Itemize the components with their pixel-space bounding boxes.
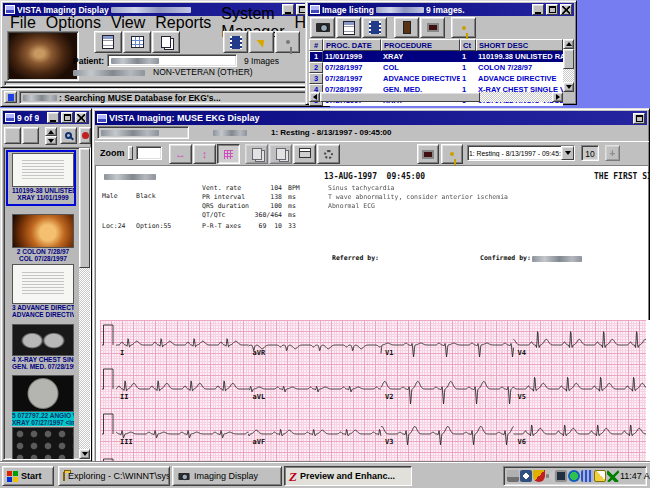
document-thumbnail[interactable]	[12, 264, 74, 304]
task-exploring[interactable]: Exploring - C:\WINNT\syst...	[58, 466, 170, 486]
menu-file[interactable]: File	[5, 14, 41, 32]
ekg-title-bar[interactable]: VISTA Imaging: MUSE EKG Display	[95, 111, 647, 125]
scroll-right-button[interactable]	[552, 92, 563, 102]
thumbs-tool-button-2[interactable]	[22, 127, 39, 144]
scroll-left-button[interactable]	[309, 92, 320, 102]
scroll-thumb[interactable]	[320, 92, 480, 102]
listing-close-button[interactable]	[560, 4, 572, 15]
row-num[interactable]: 1	[309, 51, 323, 62]
thumbs-title-bar[interactable]: 9 of 9	[3, 111, 89, 124]
thumbs-vscrollbar[interactable]	[79, 148, 90, 459]
scroll-down-button[interactable]	[563, 82, 574, 92]
clock[interactable]: 11:47 AM	[620, 471, 650, 481]
col-header-desc[interactable]: SHORT DESC	[476, 39, 563, 51]
thumb-item-6[interactable]: 6 072797.21 GASTROINT	[12, 427, 74, 460]
grid-toggle-button[interactable]	[217, 144, 240, 164]
document-thumbnail[interactable]	[12, 153, 74, 187]
row-ct[interactable]: 1	[460, 73, 476, 84]
film-button[interactable]	[362, 17, 387, 38]
row-date[interactable]: 11/01/1999	[323, 51, 381, 62]
test-select-combo[interactable]: 1: Resting - 8/13/1997 - 09:45:00	[467, 145, 575, 161]
display-button[interactable]	[420, 17, 445, 38]
network-grid-icon[interactable]	[581, 470, 593, 482]
zoom-slider[interactable]	[128, 146, 133, 160]
row-ct[interactable]: 1	[460, 51, 476, 62]
row-desc[interactable]: ADVANCE DIRECTIVE	[476, 73, 563, 84]
clock-icon[interactable]	[520, 470, 532, 482]
row-date[interactable]: 07/28/1997	[323, 73, 381, 84]
abstract-button[interactable]	[249, 31, 274, 53]
row-procedure[interactable]: ADVANCE DIRECTIVE	[381, 73, 460, 84]
col-header-date[interactable]: PROC. DATE	[323, 39, 381, 51]
thumb-item-1[interactable]: 110199-38 UNLISTED RA XRAY 11/01/1999	[12, 153, 74, 201]
start-button[interactable]: Start	[2, 466, 54, 486]
row-num[interactable]: 3	[309, 73, 323, 84]
stretch-horizontal-button[interactable]: ↔	[169, 144, 192, 164]
spin-up-button[interactable]	[45, 127, 57, 136]
task-imaging-display[interactable]: Imaging Display	[172, 466, 282, 486]
report-view-button[interactable]	[94, 31, 122, 53]
task-preview-enhance[interactable]: Z Preview and Enhanc...	[284, 466, 412, 486]
patient-photo[interactable]	[7, 31, 79, 81]
row-num[interactable]: 2	[309, 62, 323, 73]
film-sheet-thumbnail[interactable]	[12, 427, 74, 460]
shield-icon[interactable]	[533, 470, 545, 482]
capture-button[interactable]	[310, 17, 335, 38]
ekg-key-button[interactable]	[441, 144, 463, 164]
listing-key-button[interactable]	[451, 17, 476, 38]
thumbs-tool-button-1[interactable]	[4, 127, 21, 144]
listing-hscrollbar[interactable]	[309, 92, 563, 102]
next-page-button[interactable]	[269, 144, 292, 164]
ekg-maximize-button[interactable]	[633, 113, 645, 124]
thumbs-close-button[interactable]	[75, 112, 87, 123]
page-count-field[interactable]: 10	[581, 145, 599, 161]
thumbs-maximize-button[interactable]	[61, 112, 73, 123]
thumb-item-2[interactable]: 2 COLON 7/28/97 COL 07/28/1997	[12, 214, 74, 262]
row-desc[interactable]: COLON 7/28/97	[476, 62, 563, 73]
globe-icon[interactable]	[568, 470, 580, 482]
status-info-button[interactable]	[4, 91, 17, 103]
listing-vscrollbar[interactable]	[563, 39, 574, 92]
listing-maximize-button[interactable]	[546, 4, 558, 15]
zoom-thumbs-button[interactable]	[60, 127, 77, 144]
spin-down-button[interactable]	[45, 136, 57, 145]
check-icon[interactable]	[607, 470, 619, 482]
copy-button[interactable]	[152, 31, 180, 53]
security-key-button[interactable]	[275, 31, 300, 53]
thumb-item-4[interactable]: 4 X-RAY CHEST SINGLE GEN. MED. 07/28/199…	[12, 324, 74, 370]
listing-minimize-button[interactable]	[532, 4, 544, 15]
combo-dropdown-button[interactable]	[561, 146, 574, 160]
row-date[interactable]: 07/28/1997	[323, 62, 381, 73]
display-icon[interactable]	[555, 470, 567, 482]
archive-button[interactable]	[394, 17, 419, 38]
stretch-vertical-button[interactable]: ↕	[193, 144, 216, 164]
menu-options[interactable]: Options	[41, 14, 106, 32]
scroll-thumb[interactable]	[79, 148, 90, 268]
grid-view-button[interactable]	[123, 31, 151, 53]
angio-thumbnail[interactable]	[12, 375, 74, 412]
patient-name-field[interactable]	[107, 54, 237, 67]
prev-page-button[interactable]	[245, 144, 268, 164]
listing-title-bar[interactable]: Image listing 9 images.	[308, 3, 574, 16]
thumbs-minimize-button[interactable]	[47, 112, 59, 123]
col-header-num[interactable]: #	[309, 39, 323, 51]
thumb-item-5[interactable]: 5 072797.22 ANGIO VISC XRAY 07/27/1997 <…	[12, 375, 74, 426]
col-header-procedure[interactable]: PROCEDURE	[381, 39, 460, 51]
notes-icon[interactable]	[594, 470, 606, 482]
filmstrip-button[interactable]	[223, 31, 248, 53]
scroll-thumb[interactable]	[563, 49, 574, 69]
monitor-button[interactable]	[417, 144, 439, 164]
menu-reports[interactable]: Reports	[150, 14, 216, 32]
row-desc[interactable]: 110199.38 UNLISTED RADIOLOG	[476, 51, 563, 62]
row-ct[interactable]: 1	[460, 62, 476, 73]
thumb-item-3[interactable]: 3 ADVANCE DIRECTIVE ADVANCE DIRECTIVE 7	[12, 264, 74, 318]
row-procedure[interactable]: COL	[381, 62, 460, 73]
add-button[interactable]: +	[605, 145, 620, 161]
xray-thumbnail[interactable]	[12, 324, 74, 356]
colon-photo-thumbnail[interactable]	[12, 214, 74, 248]
menu-view[interactable]: View	[106, 14, 150, 32]
printer-icon[interactable]	[507, 470, 519, 482]
zoom-value-field[interactable]	[136, 146, 162, 160]
document-button[interactable]	[336, 17, 361, 38]
thumbs-tool-button-3[interactable]	[79, 127, 91, 144]
